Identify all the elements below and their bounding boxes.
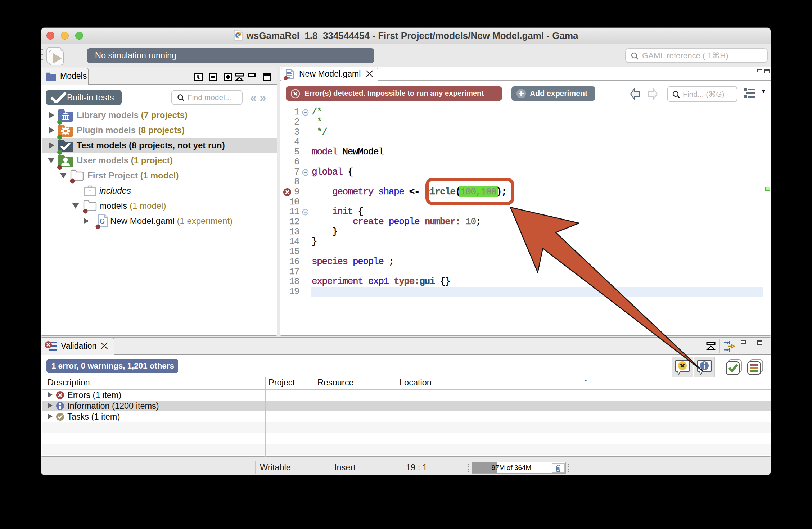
svg-text:G: G: [99, 217, 105, 225]
